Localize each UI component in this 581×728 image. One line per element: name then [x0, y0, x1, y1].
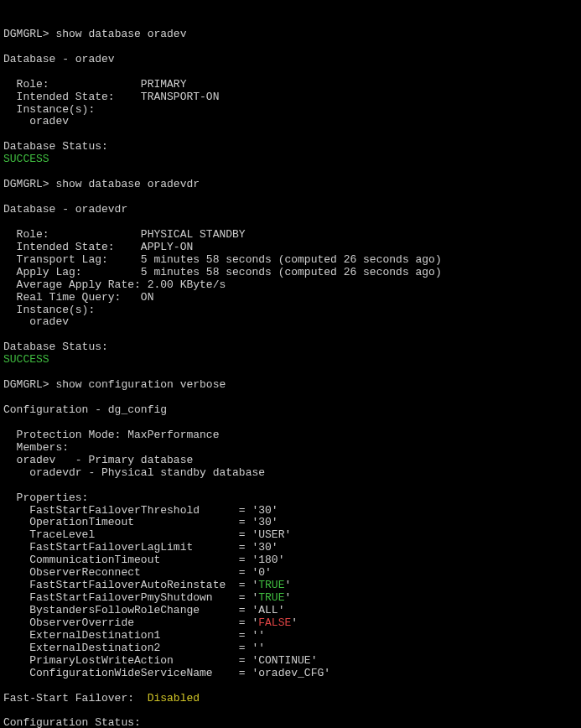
cfg-prop-8-l: FastStartFailoverPmyShutdown = '	[3, 591, 258, 604]
db2-role-label: Role:	[3, 228, 141, 241]
cfg-prop-3: TraceLevel = 'USER'	[3, 528, 291, 541]
db2-alag-label: Apply Lag:	[3, 266, 141, 278]
cfg-prop-7-r: '	[284, 579, 291, 591]
cfg-member-1: oradev - Primary database	[3, 454, 193, 466]
cfg-prop-9: BystandersFollowRoleChange = 'ALL'	[3, 604, 284, 616]
db1-header: Database - oradev	[3, 53, 115, 65]
db1-status: SUCCESS	[3, 153, 49, 165]
cfg-prop-14: ConfigurationWideServiceName = 'oradev_C…	[3, 667, 330, 679]
terminal-output: DGMGRL> show database oradev Database - …	[3, 28, 442, 728]
db2-instances-label: Instance(s):	[3, 304, 95, 316]
db1-status-label: Database Status:	[3, 140, 108, 153]
db2-status: SUCCESS	[3, 353, 49, 366]
db2-rate-label: Average Apply Rate:	[3, 278, 148, 291]
db1-instances-label: Instance(s):	[3, 103, 95, 116]
cfg-prop-10-v: FALSE	[258, 616, 291, 629]
db2-instance-1: oradev	[3, 315, 69, 328]
db2-istate: APPLY-ON	[141, 241, 193, 253]
command-2: show database oradevdr	[55, 178, 200, 190]
prompt: DGMGRL>	[3, 378, 55, 391]
cfg-prot-label: Protection Mode:	[3, 429, 127, 441]
cfg-prop-6: ObserverReconnect = '0'	[3, 566, 272, 579]
cfg-prop-11: ExternalDestination1 = ''	[3, 629, 265, 642]
cfg-prop-8-r: '	[284, 591, 291, 604]
cfg-fsfo: Disabled	[148, 692, 200, 705]
db2-tlag: 5 minutes 58 seconds (computed 26 second…	[141, 253, 442, 266]
db1-role-label: Role:	[3, 78, 141, 91]
db1-istate-label: Intended State:	[3, 91, 141, 103]
cfg-prop-4: FastStartFailoverLagLimit = '30'	[3, 541, 278, 554]
db2-rtq-label: Real Time Query:	[3, 291, 141, 304]
cfg-header: Configuration - dg_config	[3, 403, 167, 416]
cfg-prop-10-r: '	[291, 616, 298, 629]
command-1: show database oradev	[55, 28, 186, 40]
db2-alag: 5 minutes 58 seconds (computed 26 second…	[141, 266, 442, 278]
cfg-status-label: Configuration Status:	[3, 716, 141, 728]
cfg-prop-5: CommunicationTimeout = '180'	[3, 554, 284, 566]
cfg-prop-7-v: TRUE	[258, 579, 284, 591]
db2-rate: 2.00 KByte/s	[148, 278, 226, 291]
cfg-fsfo-label: Fast-Start Failover:	[3, 692, 148, 705]
db1-role: PRIMARY	[141, 78, 187, 91]
cfg-prop-1: FastStartFailoverThreshold = '30'	[3, 504, 278, 517]
cfg-members-label: Members:	[3, 441, 69, 454]
command-3: show configuration verbose	[55, 378, 226, 391]
cfg-prop-13: PrimaryLostWriteAction = 'CONTINUE'	[3, 654, 317, 667]
db2-tlag-label: Transport Lag:	[3, 253, 141, 266]
cfg-prot: MaxPerformance	[127, 429, 219, 441]
prompt: DGMGRL>	[3, 28, 55, 40]
cfg-prop-10-l: ObserverOverride = '	[3, 616, 258, 629]
prompt: DGMGRL>	[3, 178, 55, 190]
db2-rtq: ON	[141, 291, 154, 304]
cfg-prop-7-l: FastStartFailoverAutoReinstate = '	[3, 579, 258, 591]
db2-status-label: Database Status:	[3, 341, 108, 353]
db1-instance-1: oradev	[3, 115, 69, 127]
cfg-props-label: Properties:	[3, 491, 88, 504]
cfg-prop-8-v: TRUE	[258, 591, 284, 604]
db2-istate-label: Intended State:	[3, 241, 141, 253]
cfg-prop-12: ExternalDestination2 = ''	[3, 642, 265, 654]
cfg-member-2: oradevdr - Physical standby database	[3, 466, 265, 479]
db1-istate: TRANSPORT-ON	[141, 91, 220, 103]
db2-role: PHYSICAL STANDBY	[141, 228, 246, 241]
db2-header: Database - oradevdr	[3, 203, 127, 216]
cfg-prop-2: OperationTimeout = '30'	[3, 516, 278, 528]
